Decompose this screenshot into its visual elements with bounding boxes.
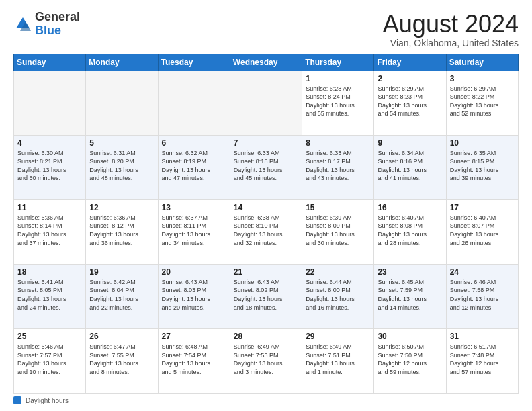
- weekday-friday: Friday: [374, 54, 446, 71]
- day-cell: 12Sunrise: 6:36 AM Sunset: 8:12 PM Dayli…: [86, 199, 158, 264]
- day-info: Sunrise: 6:36 AM Sunset: 8:12 PM Dayligh…: [89, 214, 154, 247]
- day-info: Sunrise: 6:29 AM Sunset: 8:23 PM Dayligh…: [378, 85, 442, 118]
- page: General Blue August 2024 Vian, Oklahoma,…: [0, 0, 532, 411]
- week-row-4: 18Sunrise: 6:41 AM Sunset: 8:05 PM Dayli…: [14, 264, 519, 328]
- day-cell: [86, 71, 158, 135]
- day-number: 16: [378, 203, 442, 212]
- day-cell: [158, 71, 230, 135]
- day-cell: 31Sunrise: 6:51 AM Sunset: 7:48 PM Dayli…: [446, 328, 518, 393]
- weekday-wednesday: Wednesday: [230, 54, 302, 71]
- day-cell: 25Sunrise: 6:46 AM Sunset: 7:57 PM Dayli…: [14, 328, 86, 393]
- day-info: Sunrise: 6:39 AM Sunset: 8:09 PM Dayligh…: [306, 214, 370, 247]
- day-info: Sunrise: 6:33 AM Sunset: 8:17 PM Dayligh…: [306, 149, 370, 183]
- day-cell: 5Sunrise: 6:31 AM Sunset: 8:20 PM Daylig…: [86, 135, 158, 199]
- day-number: 1: [306, 74, 370, 83]
- day-info: Sunrise: 6:29 AM Sunset: 8:22 PM Dayligh…: [450, 85, 515, 118]
- day-info: Sunrise: 6:47 AM Sunset: 7:55 PM Dayligh…: [89, 342, 154, 376]
- day-info: Sunrise: 6:35 AM Sunset: 8:15 PM Dayligh…: [450, 149, 515, 183]
- day-number: 12: [89, 203, 154, 212]
- day-cell: 14Sunrise: 6:38 AM Sunset: 8:10 PM Dayli…: [230, 199, 302, 264]
- day-number: 27: [162, 332, 226, 341]
- day-cell: 9Sunrise: 6:34 AM Sunset: 8:16 PM Daylig…: [374, 135, 446, 199]
- day-cell: 10Sunrise: 6:35 AM Sunset: 8:15 PM Dayli…: [446, 135, 518, 199]
- day-number: 28: [234, 332, 298, 341]
- day-number: 22: [306, 267, 370, 277]
- day-cell: 22Sunrise: 6:44 AM Sunset: 8:00 PM Dayli…: [302, 264, 374, 328]
- day-cell: 30Sunrise: 6:50 AM Sunset: 7:50 PM Dayli…: [374, 328, 446, 393]
- location: Vian, Oklahoma, United States: [383, 38, 519, 48]
- day-info: Sunrise: 6:51 AM Sunset: 7:48 PM Dayligh…: [450, 342, 515, 376]
- day-info: Sunrise: 6:42 AM Sunset: 8:04 PM Dayligh…: [89, 278, 154, 312]
- day-info: Sunrise: 6:34 AM Sunset: 8:16 PM Dayligh…: [378, 149, 442, 183]
- calendar-table: SundayMondayTuesdayWednesdayThursdayFrid…: [13, 54, 519, 394]
- logo-text: General Blue: [35, 11, 80, 38]
- day-info: Sunrise: 6:49 AM Sunset: 7:53 PM Dayligh…: [234, 342, 298, 376]
- logo-general: General: [35, 11, 80, 24]
- day-info: Sunrise: 6:40 AM Sunset: 8:08 PM Dayligh…: [378, 214, 442, 247]
- logo-icon: [13, 15, 32, 34]
- day-number: 30: [378, 332, 442, 341]
- day-info: Sunrise: 6:36 AM Sunset: 8:14 PM Dayligh…: [17, 214, 82, 247]
- day-cell: 16Sunrise: 6:40 AM Sunset: 8:08 PM Dayli…: [374, 199, 446, 264]
- day-number: 26: [89, 332, 154, 341]
- day-number: 2: [378, 74, 442, 83]
- day-number: 15: [306, 203, 370, 212]
- week-row-5: 25Sunrise: 6:46 AM Sunset: 7:57 PM Dayli…: [14, 328, 519, 393]
- weekday-saturday: Saturday: [446, 54, 518, 71]
- day-number: 13: [162, 203, 226, 212]
- day-number: 8: [306, 138, 370, 148]
- day-cell: [230, 71, 302, 135]
- weekday-monday: Monday: [86, 54, 158, 71]
- day-info: Sunrise: 6:33 AM Sunset: 8:18 PM Dayligh…: [234, 149, 298, 183]
- day-cell: 19Sunrise: 6:42 AM Sunset: 8:04 PM Dayli…: [86, 264, 158, 328]
- day-info: Sunrise: 6:43 AM Sunset: 8:02 PM Dayligh…: [234, 278, 298, 312]
- month-title: August 2024: [383, 11, 519, 38]
- day-number: 5: [89, 138, 154, 148]
- day-cell: 18Sunrise: 6:41 AM Sunset: 8:05 PM Dayli…: [14, 264, 86, 328]
- day-cell: 8Sunrise: 6:33 AM Sunset: 8:17 PM Daylig…: [302, 135, 374, 199]
- day-info: Sunrise: 6:38 AM Sunset: 8:10 PM Dayligh…: [234, 214, 298, 247]
- day-cell: 29Sunrise: 6:49 AM Sunset: 7:51 PM Dayli…: [302, 328, 374, 393]
- day-number: 14: [234, 203, 298, 212]
- day-number: 23: [378, 267, 442, 277]
- day-number: 24: [450, 267, 515, 277]
- day-cell: 11Sunrise: 6:36 AM Sunset: 8:14 PM Dayli…: [14, 199, 86, 264]
- day-number: 18: [17, 267, 82, 277]
- day-cell: 27Sunrise: 6:48 AM Sunset: 7:54 PM Dayli…: [158, 328, 230, 393]
- day-cell: [14, 71, 86, 135]
- day-number: 19: [89, 267, 154, 277]
- day-cell: 2Sunrise: 6:29 AM Sunset: 8:23 PM Daylig…: [374, 71, 446, 135]
- day-number: 7: [234, 138, 298, 148]
- day-info: Sunrise: 6:50 AM Sunset: 7:50 PM Dayligh…: [378, 342, 442, 376]
- day-number: 10: [450, 138, 515, 148]
- day-cell: 1Sunrise: 6:28 AM Sunset: 8:24 PM Daylig…: [302, 71, 374, 135]
- day-info: Sunrise: 6:44 AM Sunset: 8:00 PM Dayligh…: [306, 278, 370, 312]
- day-cell: 23Sunrise: 6:45 AM Sunset: 7:59 PM Dayli…: [374, 264, 446, 328]
- day-info: Sunrise: 6:46 AM Sunset: 7:57 PM Dayligh…: [17, 342, 82, 376]
- day-info: Sunrise: 6:46 AM Sunset: 7:58 PM Dayligh…: [450, 278, 515, 312]
- day-cell: 28Sunrise: 6:49 AM Sunset: 7:53 PM Dayli…: [230, 328, 302, 393]
- day-number: 3: [450, 74, 515, 83]
- day-number: 4: [17, 138, 82, 148]
- day-cell: 24Sunrise: 6:46 AM Sunset: 7:58 PM Dayli…: [446, 264, 518, 328]
- day-number: 21: [234, 267, 298, 277]
- day-number: 29: [306, 332, 370, 341]
- footer: Daylight hours: [13, 396, 519, 404]
- day-cell: 20Sunrise: 6:43 AM Sunset: 8:03 PM Dayli…: [158, 264, 230, 328]
- week-row-2: 4Sunrise: 6:30 AM Sunset: 8:21 PM Daylig…: [14, 135, 519, 199]
- day-info: Sunrise: 6:32 AM Sunset: 8:19 PM Dayligh…: [162, 149, 226, 183]
- daylight-label: Daylight hours: [26, 397, 69, 404]
- daylight-dot: [13, 396, 21, 404]
- title-block: August 2024 Vian, Oklahoma, United State…: [383, 11, 519, 48]
- day-cell: 15Sunrise: 6:39 AM Sunset: 8:09 PM Dayli…: [302, 199, 374, 264]
- weekday-header-row: SundayMondayTuesdayWednesdayThursdayFrid…: [14, 54, 519, 71]
- weekday-tuesday: Tuesday: [158, 54, 230, 71]
- day-info: Sunrise: 6:45 AM Sunset: 7:59 PM Dayligh…: [378, 278, 442, 312]
- logo: General Blue: [13, 11, 80, 38]
- day-info: Sunrise: 6:49 AM Sunset: 7:51 PM Dayligh…: [306, 342, 370, 376]
- day-cell: 21Sunrise: 6:43 AM Sunset: 8:02 PM Dayli…: [230, 264, 302, 328]
- day-cell: 7Sunrise: 6:33 AM Sunset: 8:18 PM Daylig…: [230, 135, 302, 199]
- day-cell: 17Sunrise: 6:40 AM Sunset: 8:07 PM Dayli…: [446, 199, 518, 264]
- day-number: 20: [162, 267, 226, 277]
- week-row-3: 11Sunrise: 6:36 AM Sunset: 8:14 PM Dayli…: [14, 199, 519, 264]
